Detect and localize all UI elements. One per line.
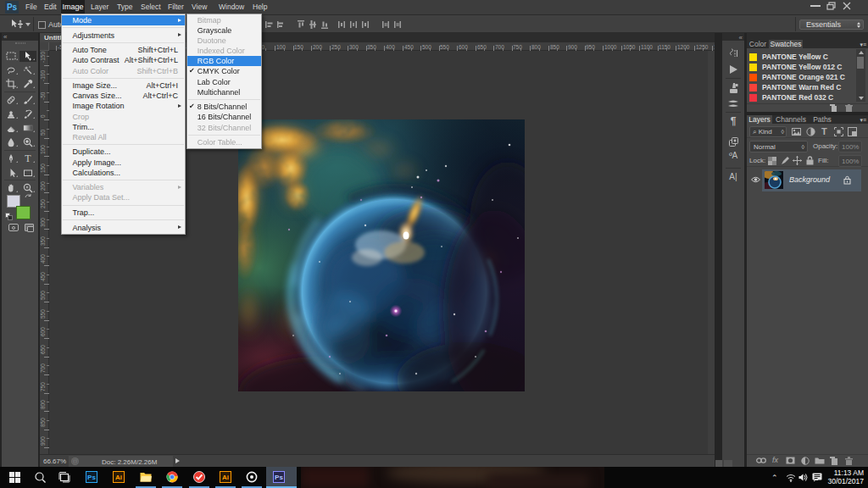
- svg-text:T: T: [25, 153, 31, 164]
